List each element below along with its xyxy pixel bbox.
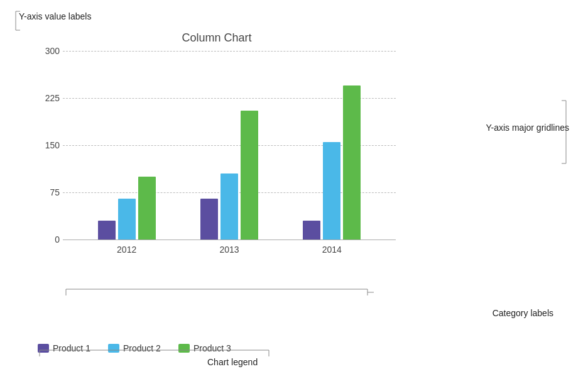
y-label-0: 0: [55, 234, 60, 245]
y-label-75: 75: [50, 187, 60, 197]
category-labels: 2012 2013 2014: [63, 245, 396, 255]
page-container: Y-axis value labels Y-axis major gridlin…: [0, 0, 588, 391]
bar-2014-product2: [323, 142, 340, 240]
category-label-2012: 2012: [75, 245, 178, 255]
bar-2014-product1: [303, 221, 320, 240]
bar-2012-product2: [118, 199, 136, 240]
y-label-300: 300: [45, 46, 60, 56]
bar-group-2012: [75, 177, 178, 240]
y-axis: 0 75 150 225 300: [38, 51, 63, 246]
bar-2013-product3: [241, 111, 258, 240]
bar-2013-product2: [220, 173, 238, 240]
category-bracket-svg: [60, 286, 374, 317]
x-axis-line: [63, 240, 396, 240]
chart-wrapper: Column Chart 0 75 150 225 300: [38, 31, 396, 289]
bar-2014-product3: [343, 85, 361, 240]
y-label-150: 150: [45, 140, 60, 150]
legend-annotation-label: Chart legend: [207, 357, 258, 367]
gridlines-annotation-label: Y-axis major gridlines: [486, 123, 569, 133]
bar-group-2014: [281, 85, 383, 240]
bar-2012-product3: [138, 177, 156, 240]
category-label-2013: 2013: [178, 245, 280, 255]
bar-2013-product1: [200, 199, 218, 240]
category-label-2014: 2014: [281, 245, 383, 255]
y-axis-annotation-label: Y-axis value labels: [19, 11, 91, 21]
y-label-225: 225: [45, 93, 60, 103]
chart-title: Column Chart: [38, 31, 396, 45]
bar-2012-product1: [98, 221, 116, 240]
category-annotation-label: Category labels: [493, 308, 553, 318]
bars-container: [63, 51, 396, 240]
bar-group-2013: [178, 111, 280, 240]
chart-area: 0 75 150 225 300: [38, 51, 396, 277]
